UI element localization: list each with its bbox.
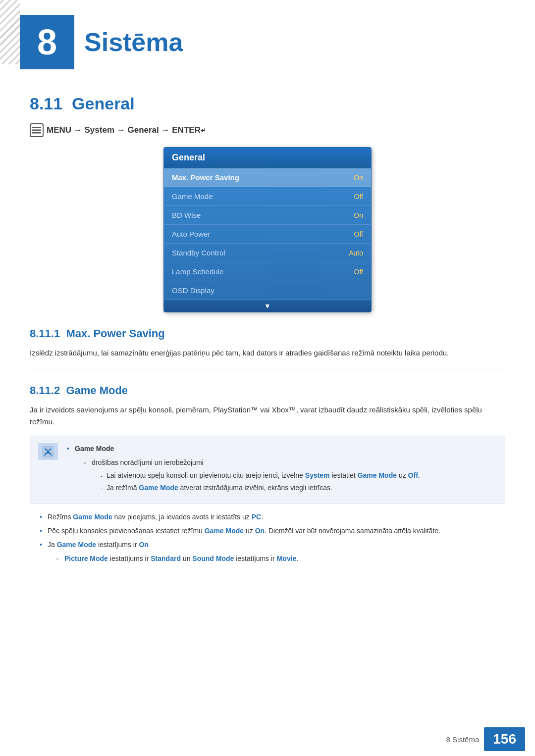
info-dash-1: Lai atvienotu spēļu konsoli un pievienot… <box>100 470 420 482</box>
info-bullet-list: Game Mode drošības norādījumi un ierobež… <box>65 443 420 494</box>
general-menu-container: General Max. Power Saving On Game Mode O… <box>30 147 505 312</box>
main-content: 8.11 General MENU → System → General → E… <box>0 94 535 596</box>
page-footer: 8 Sistēma 156 <box>0 722 535 756</box>
info-dash-list: Lai atvienotu spēļu konsoli un pievienot… <box>92 470 420 495</box>
bullet-3-sub: Picture Mode iestatījums ir Standard un … <box>48 553 505 565</box>
menu-item-label: Max. Power Saving <box>172 173 239 182</box>
menu-item-value: Off <box>354 230 363 238</box>
menu-item-lamp-schedule[interactable]: Lamp Schedule Off <box>164 262 371 281</box>
bullet-3-sub-1: Picture Mode iestatījums ir Standard un … <box>55 553 505 565</box>
stripe-decoration <box>0 0 20 64</box>
menu-item-label: OSD Display <box>172 286 214 295</box>
game-mode-bullets: Režīms Game Mode nav pieejams, ja ievade… <box>30 511 505 564</box>
section-rule <box>30 369 505 369</box>
info-box: Game Mode drošības norādījumi un ierobež… <box>30 436 505 504</box>
menu-icon <box>30 123 44 137</box>
general-menu: General Max. Power Saving On Game Mode O… <box>163 147 372 312</box>
section-title: 8.11 General <box>30 94 505 113</box>
subsection-811-1-title: 8.11.1 Max. Power Saving <box>30 327 505 340</box>
menu-item-osd-display[interactable]: OSD Display <box>164 281 371 300</box>
menu-item-max-power[interactable]: Max. Power Saving On <box>164 168 371 187</box>
subsection-811-2-body: Ja ir izveidots savienojums ar spēļu kon… <box>30 404 505 428</box>
svg-rect-0 <box>32 127 41 128</box>
info-dash-2: Ja režīmā Game Mode atverat izstrādājuma… <box>100 482 420 494</box>
bullet-3: Ja Game Mode iestatījums ir On Picture M… <box>38 539 505 565</box>
chapter-title: Sistēma <box>84 27 183 57</box>
svg-rect-1 <box>32 130 41 131</box>
menu-item-auto-power[interactable]: Auto Power Off <box>164 225 371 244</box>
info-sub-safety: drošības norādījumi un ierobežojumi Lai … <box>83 457 420 494</box>
footer-label: 8 Sistēma <box>446 735 480 744</box>
subsection-811-2-title: 8.11.2 Game Mode <box>30 384 505 397</box>
menu-item-label: Lamp Schedule <box>172 267 223 276</box>
svg-rect-2 <box>32 132 41 134</box>
menu-item-label: Auto Power <box>172 230 211 238</box>
menu-item-value: Off <box>354 193 363 201</box>
menu-item-label: Standby Control <box>172 249 225 257</box>
menu-item-label: Game Mode <box>172 192 213 201</box>
info-content: Game Mode drošības norādījumi un ierobež… <box>65 443 420 496</box>
menu-item-bd-wise[interactable]: BD Wise On <box>164 206 371 225</box>
menu-item-value: On <box>354 174 363 182</box>
page-header: 8 Sistēma <box>0 0 535 79</box>
menu-path: MENU → System → General → ENTER↵ <box>30 123 505 137</box>
menu-item-value: On <box>354 211 363 219</box>
menu-item-value: Auto <box>349 249 363 257</box>
menu-item-value: Off <box>354 268 363 276</box>
menu-item-standby-control[interactable]: Standby Control Auto <box>164 244 371 262</box>
subsection-811-1-body: Izslēdz izstrādājumu, lai samazinātu ene… <box>30 347 505 359</box>
general-menu-header: General <box>164 148 371 168</box>
menu-item-label: BD Wise <box>172 211 201 219</box>
info-bullet-game-mode: Game Mode drošības norādījumi un ierobež… <box>65 443 420 494</box>
page-number: 156 <box>484 727 525 751</box>
menu-item-game-mode[interactable]: Game Mode Off <box>164 187 371 206</box>
bullet-2: Pēc spēļu konsoles pievienošanas iestati… <box>38 525 505 537</box>
menu-path-text: MENU → System → General → ENTER↵ <box>47 125 206 135</box>
info-icon <box>38 443 58 460</box>
menu-arrow-down: ▼ <box>164 300 371 312</box>
chapter-number: 8 <box>20 15 74 69</box>
bullet-1: Režīms Game Mode nav pieejams, ja ievade… <box>38 511 505 523</box>
info-sub-list: drošības norādījumi un ierobežojumi Lai … <box>75 457 420 494</box>
